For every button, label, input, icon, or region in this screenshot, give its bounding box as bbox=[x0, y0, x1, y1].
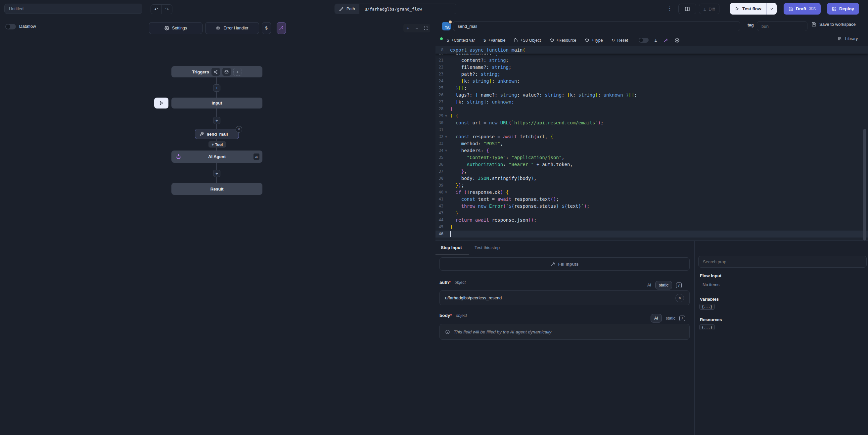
code-line[interactable]: 33 method: "POST", bbox=[435, 140, 868, 147]
code-line[interactable]: 21 content?: string; bbox=[435, 57, 868, 64]
save-to-workspace-button[interactable]: Save to workspace bbox=[811, 22, 856, 27]
fold-chevron-icon[interactable]: ∨ bbox=[443, 189, 449, 196]
diff-button[interactable]: ± Diff bbox=[699, 4, 719, 14]
code-line[interactable]: 32∨ const response = await fetch(url, { bbox=[435, 133, 868, 140]
code-line[interactable]: 39 }); bbox=[435, 182, 868, 189]
zoom-fit-button[interactable] bbox=[421, 26, 430, 30]
code-line[interactable]: 25 }[]; bbox=[435, 85, 868, 92]
expression-mode-icon[interactable]: ƒ bbox=[679, 316, 685, 321]
dataflow-toggle[interactable] bbox=[5, 24, 16, 29]
insert-step-button-top[interactable]: + bbox=[213, 84, 220, 92]
code-line[interactable]: 29∨) { bbox=[435, 113, 868, 119]
code-line[interactable]: 31 bbox=[435, 126, 868, 133]
resources-object-chip[interactable]: {...} bbox=[699, 324, 715, 330]
tag-input[interactable] bbox=[757, 21, 807, 31]
flow-settings-button[interactable]: Settings bbox=[149, 22, 203, 34]
step-name-input[interactable] bbox=[453, 21, 740, 31]
code-line[interactable]: 24 [k: string]: unknown; bbox=[435, 78, 868, 85]
auth-ai-mode-button[interactable]: AI bbox=[647, 283, 651, 287]
zoom-in-button[interactable]: + bbox=[403, 26, 412, 31]
body-ai-mode-button[interactable]: AI bbox=[651, 314, 662, 322]
code-line[interactable]: 28} bbox=[435, 105, 868, 113]
code-line[interactable]: 45} bbox=[435, 224, 868, 230]
flow-node-result[interactable]: Result bbox=[172, 183, 262, 195]
variables-object-chip[interactable]: {...} bbox=[699, 304, 715, 310]
remove-tool-button[interactable]: ✕ bbox=[236, 126, 242, 133]
reset-code-button[interactable]: ↻ Reset bbox=[612, 38, 628, 43]
code-line[interactable]: 41 const text = await response.text(); bbox=[435, 196, 868, 203]
code-line[interactable]: 23 path?: string; bbox=[435, 71, 868, 78]
fold-gutter bbox=[443, 99, 449, 105]
sticky-code-line[interactable]: 8export async function main( bbox=[435, 46, 868, 54]
tab-test-this-step[interactable]: Test this step bbox=[474, 245, 500, 250]
add-resource-button[interactable]: +Resource bbox=[550, 38, 577, 43]
code-line[interactable]: 35 "Content-Type": "application/json", bbox=[435, 154, 868, 161]
fold-chevron-icon[interactable]: ∨ bbox=[443, 113, 449, 119]
code-line[interactable]: 27 [k: string]: unknown; bbox=[435, 99, 868, 105]
error-handler-button[interactable]: Error Handler bbox=[205, 22, 259, 34]
path-label-segment: Path bbox=[335, 4, 360, 14]
library-button[interactable]: Library bbox=[838, 36, 858, 41]
editor-scrollbar[interactable] bbox=[863, 129, 866, 241]
body-static-mode-button[interactable]: static bbox=[666, 316, 675, 320]
fold-chevron-icon[interactable]: ∨ bbox=[443, 133, 449, 140]
chevron-down-icon bbox=[770, 7, 774, 11]
path-button[interactable]: Path u/farhadglbs/grand_flow bbox=[335, 4, 456, 14]
more-menu-button[interactable]: ⋮ bbox=[667, 5, 673, 11]
flow-node-input[interactable]: Input bbox=[172, 98, 262, 108]
code-line[interactable]: 30 const url = new URL(`https://api.rese… bbox=[435, 119, 868, 126]
add-type-button[interactable]: +Type bbox=[585, 38, 602, 43]
add-context-var-button[interactable]: $ +Context var bbox=[447, 38, 475, 43]
diff-editor-button[interactable]: ± bbox=[655, 38, 657, 43]
editor-settings-button[interactable] bbox=[675, 38, 679, 43]
code-line[interactable]: 37 }, bbox=[435, 168, 868, 175]
code-line[interactable]: 43 } bbox=[435, 210, 868, 217]
code-line[interactable]: 22 filename?: string; bbox=[435, 64, 868, 71]
editor-mode-toggle[interactable] bbox=[639, 38, 649, 43]
webhook-trigger-button[interactable] bbox=[212, 68, 220, 76]
test-flow-button[interactable]: Test flow bbox=[730, 3, 767, 14]
email-trigger-button[interactable] bbox=[222, 68, 231, 76]
code-text: headers: { bbox=[449, 147, 489, 154]
fold-chevron-icon[interactable]: ∨ bbox=[443, 147, 449, 154]
add-tool-button[interactable]: + Tool bbox=[209, 141, 226, 148]
insert-step-button-bottom[interactable]: + bbox=[213, 170, 220, 177]
code-line[interactable]: 44 return await response.json(); bbox=[435, 217, 868, 224]
flow-title-input[interactable] bbox=[4, 4, 142, 14]
tab-step-input[interactable]: Step Input bbox=[441, 245, 462, 250]
save-icon bbox=[832, 7, 837, 11]
add-trigger-button[interactable]: + bbox=[233, 68, 242, 76]
code-line[interactable]: 36 Authorization: "Bearer " + auth.token… bbox=[435, 161, 868, 168]
context-var-panel-button[interactable]: $ bbox=[262, 22, 271, 34]
flow-node-send-mail-tool[interactable]: send_mail bbox=[195, 129, 239, 139]
code-line[interactable]: 40∨ if (!response.ok) { bbox=[435, 189, 868, 196]
docs-button[interactable] bbox=[678, 4, 696, 14]
zoom-out-button[interactable]: − bbox=[412, 26, 421, 31]
code-line[interactable]: 34∨ headers: { bbox=[435, 147, 868, 154]
add-s3-object-button[interactable]: +S3 Object bbox=[514, 38, 541, 43]
code-line[interactable]: 42 throw new Error(`${response.status} $… bbox=[435, 203, 868, 210]
sticky-scroll-line[interactable]: 8export async function main( bbox=[435, 46, 868, 54]
draft-button[interactable]: Draft ⌘S bbox=[784, 3, 821, 14]
add-variable-button[interactable]: $ +Variable bbox=[484, 38, 505, 43]
code-line[interactable]: 26 tags?: { name?: string; value?: strin… bbox=[435, 92, 868, 99]
deploy-button[interactable]: Deploy bbox=[827, 3, 859, 14]
auth-static-mode-button[interactable]: static bbox=[655, 281, 672, 289]
clear-auth-button[interactable]: ✕ bbox=[675, 294, 684, 302]
expression-mode-icon[interactable]: ƒ bbox=[676, 282, 682, 288]
undo-button[interactable]: ↶ bbox=[151, 5, 161, 14]
insert-step-button-middle[interactable]: + bbox=[213, 117, 220, 124]
ai-code-assistant-button[interactable] bbox=[663, 38, 668, 43]
ai-assistant-button[interactable] bbox=[277, 22, 286, 34]
run-input-button[interactable] bbox=[154, 98, 168, 108]
flow-node-ai-agent[interactable]: AI Agent a bbox=[172, 151, 262, 163]
flow-node-triggers[interactable]: Triggers + bbox=[172, 66, 262, 77]
redo-button[interactable]: ↷ bbox=[161, 5, 172, 14]
code-line[interactable]: 46 bbox=[435, 230, 868, 238]
search-prop-input[interactable] bbox=[698, 256, 867, 268]
auth-value-input[interactable]: u/farhadglbs/peerless_resend ✕ bbox=[439, 290, 690, 305]
code-editor[interactable]: 8export async function main( 20∨ attachm… bbox=[435, 46, 868, 241]
code-line[interactable]: 38 body: JSON.stringify(body), bbox=[435, 175, 868, 182]
fill-inputs-button[interactable]: Fill inputs bbox=[439, 257, 690, 271]
test-flow-dropdown-button[interactable] bbox=[767, 3, 777, 14]
